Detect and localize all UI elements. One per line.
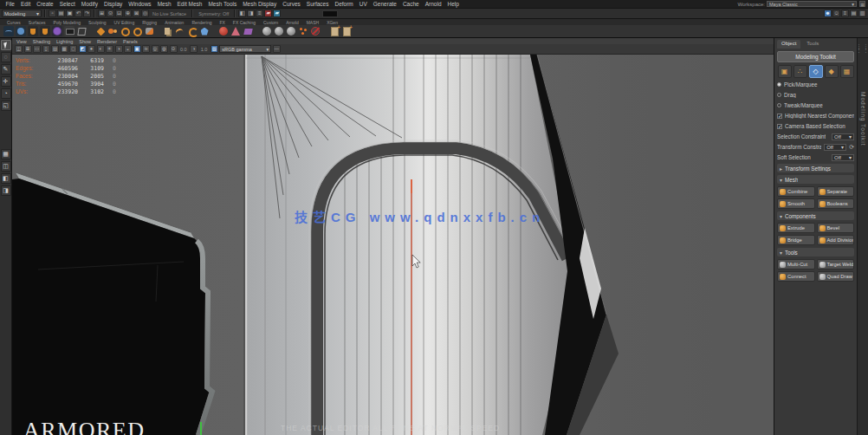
menu-edit[interactable]: Edit xyxy=(17,0,33,8)
refresh-icon[interactable]: ⟳ xyxy=(849,144,854,151)
duplicate-pages-icon[interactable] xyxy=(163,26,173,36)
menu-modify[interactable]: Modify xyxy=(78,0,100,8)
booleans-button[interactable]: Booleans xyxy=(817,198,855,209)
scene-3d[interactable]: Verts: 230847 6319 0 Edges: 460596 3109 … xyxy=(12,55,774,435)
poly-plane-icon[interactable] xyxy=(243,26,253,36)
combine-icon[interactable] xyxy=(144,26,154,36)
transform-constraint-dropdown[interactable]: Off▾ xyxy=(824,144,846,151)
gray-sphere-3-icon[interactable] xyxy=(286,26,296,36)
gate-mask-icon[interactable]: ▤ xyxy=(51,45,59,53)
combine-button[interactable]: Combine xyxy=(777,186,815,197)
multisample-icon[interactable]: ▣ xyxy=(133,45,141,53)
menu-uv[interactable]: UV xyxy=(356,0,370,8)
menu-select[interactable]: Select xyxy=(56,0,78,8)
make-live-icon[interactable]: ◎ xyxy=(141,10,149,17)
menu-arnold[interactable]: Arnold xyxy=(422,0,444,8)
shadows-icon[interactable]: ◑ xyxy=(115,45,123,53)
menu-windows[interactable]: Windows xyxy=(126,0,154,8)
menu-display[interactable]: Display xyxy=(100,0,125,8)
soft-selection-dropdown[interactable]: Off▾ xyxy=(832,154,854,161)
ipr-render-icon[interactable]: ◨ xyxy=(247,10,255,17)
modeling-toolkit-toggle-icon[interactable]: ☻ xyxy=(824,10,832,17)
isolate-select-icon[interactable]: ◎ xyxy=(152,45,159,53)
layout-four-view-icon[interactable]: ◫ xyxy=(1,161,11,172)
add-divisions-button[interactable]: Add Divisions xyxy=(817,235,855,245)
selection-style-drag[interactable]: Drag xyxy=(777,91,854,99)
separate-button[interactable]: Separate xyxy=(817,186,855,197)
new-scene-icon[interactable]: ▫ xyxy=(49,10,56,17)
ep-curve-icon[interactable] xyxy=(3,26,14,36)
object-mode-icon[interactable]: ▣ xyxy=(778,65,792,78)
face-mode-icon[interactable]: ◆ xyxy=(825,65,839,78)
wireframe-on-shaded-icon[interactable]: ◩ xyxy=(79,45,87,53)
flask-icon[interactable] xyxy=(28,26,38,36)
curve-arc-icon[interactable] xyxy=(175,26,185,36)
motion-blur-icon[interactable]: ≋ xyxy=(142,45,150,53)
uv-mode-icon[interactable]: ▦ xyxy=(840,65,854,78)
panel-menu-show[interactable]: Show xyxy=(79,39,91,44)
menu-deform[interactable]: Deform xyxy=(332,0,356,8)
platonic-icon[interactable] xyxy=(199,26,210,36)
symmetry-field[interactable]: Symmetry: Off xyxy=(196,11,231,16)
menu-mesh[interactable]: Mesh xyxy=(154,0,174,8)
redo-icon[interactable]: ↷ xyxy=(83,10,91,17)
field-chart-icon[interactable]: ▦ xyxy=(61,45,68,53)
shelf-tab[interactable]: Curves xyxy=(7,20,21,25)
minimize-icon[interactable]: — xyxy=(273,45,281,53)
snap-projected-center-icon[interactable]: ⊕ xyxy=(124,10,132,17)
scale-tool-icon[interactable]: ◱ xyxy=(1,101,11,111)
undo-icon[interactable]: ↶ xyxy=(74,10,82,17)
panel-menu-shading[interactable]: Shading xyxy=(33,39,50,44)
panel-menu-view[interactable]: View xyxy=(16,39,27,44)
panel-drag-handle[interactable]: ⋮⋮⋮⋮ xyxy=(856,45,868,52)
render-icon[interactable]: ◧ xyxy=(238,10,246,17)
menu-file[interactable]: File xyxy=(3,0,17,8)
section-components[interactable]: ▾ Components xyxy=(777,211,854,220)
paint-select-tool-icon[interactable]: ✎ xyxy=(1,64,11,75)
open-scene-icon[interactable]: ▤ xyxy=(57,10,65,17)
shelf-tab[interactable]: Custom xyxy=(263,20,278,25)
shelf-tab[interactable]: FX xyxy=(219,20,224,25)
bevel-button[interactable]: Bevel xyxy=(817,223,855,233)
torus-icon[interactable] xyxy=(120,26,130,36)
layout-hypershade-icon[interactable]: ◨ xyxy=(1,185,11,196)
selection-style-tweak-marquee[interactable]: Tweak/Marquee xyxy=(777,101,854,109)
shelf-tab[interactable]: UV Editing xyxy=(114,20,135,25)
display-layer-red-icon[interactable]: ▰ xyxy=(264,10,272,17)
grid-icon[interactable]: ⊞ xyxy=(24,45,32,53)
resolution-gate-icon[interactable]: ▯ xyxy=(42,45,50,53)
edge-mode-icon[interactable]: ◇ xyxy=(809,65,823,78)
layout-single-icon[interactable]: ▦ xyxy=(1,149,11,159)
ao-icon[interactable]: ◒ xyxy=(124,45,132,53)
gray-sphere-2-icon[interactable] xyxy=(274,26,284,36)
menu-create[interactable]: Create xyxy=(34,0,57,8)
nurbs-torus-icon[interactable] xyxy=(52,26,62,36)
character-icon[interactable]: ☺ xyxy=(832,10,840,17)
tool-settings-toggle-icon[interactable]: ▤ xyxy=(850,10,858,17)
live-surface-field[interactable]: No Live Surface xyxy=(150,11,189,16)
camera-based-selection-checkbox[interactable]: ✓ Camera Based Selection xyxy=(777,122,854,130)
snap-grid-icon[interactable]: ⊞ xyxy=(98,10,106,17)
gamma-icon[interactable]: ◑ xyxy=(190,45,198,53)
render-settings-icon[interactable]: ≡ xyxy=(256,10,263,17)
snap-view-plane-icon[interactable]: ⊠ xyxy=(133,10,140,17)
connect-button[interactable]: Connect xyxy=(777,271,815,282)
camera-lock-icon[interactable]: ◫ xyxy=(15,45,23,53)
exposure-icon[interactable]: ⊙ xyxy=(170,45,178,53)
menu-surfaces[interactable]: Surfaces xyxy=(303,0,332,8)
attribute-editor-toggle-icon[interactable]: ≡ xyxy=(841,10,849,17)
nurbs-sphere-icon[interactable] xyxy=(16,26,26,36)
section-transform-settings[interactable]: ▸ Transform Settings xyxy=(777,164,854,172)
panel-menu-panels[interactable]: Panels xyxy=(123,39,138,44)
shelf-tab[interactable]: Animation xyxy=(165,20,184,25)
menu-set-selector[interactable]: Modeling▾ xyxy=(2,10,42,17)
multi-cut-button[interactable]: Multi-Cut xyxy=(777,259,815,269)
poly-sphere-icon[interactable] xyxy=(218,26,229,36)
highlight-nearest-component-checkbox[interactable]: ✓ Highlight Nearest Component xyxy=(777,112,854,120)
display-layer-blue-icon[interactable]: ▰ xyxy=(273,10,281,17)
pipe-icon[interactable] xyxy=(132,26,142,36)
quad-draw-icon[interactable] xyxy=(95,26,106,36)
view-transform-dropdown[interactable]: sRGB gamma▾ xyxy=(219,45,271,53)
tab-tools[interactable]: Tools xyxy=(802,40,823,49)
gamma-value[interactable]: 1.0 xyxy=(199,47,210,52)
